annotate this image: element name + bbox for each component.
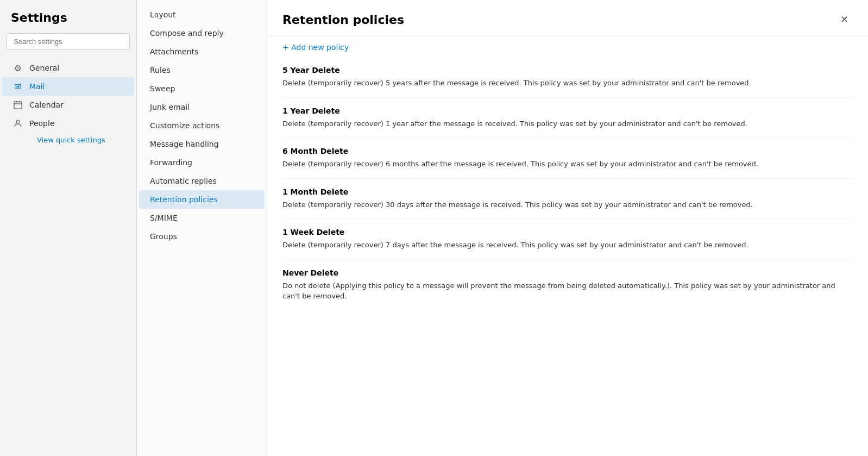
submenu-item-attachments[interactable]: Attachments xyxy=(139,42,265,61)
sidebar-item-label-calendar: Calendar xyxy=(29,101,64,109)
policy-name: 6 Month Delete xyxy=(282,147,853,155)
submenu-item-message-handling[interactable]: Message handling xyxy=(139,135,265,153)
panel-content: + Add new policy 5 Year DeleteDelete (te… xyxy=(267,35,868,456)
submenu-item-layout[interactable]: Layout xyxy=(139,5,265,24)
search-input[interactable] xyxy=(7,33,130,50)
submenu-item-forwarding[interactable]: Forwarding xyxy=(139,153,265,172)
people-icon xyxy=(13,118,23,128)
submenu-item-junk-email[interactable]: Junk email xyxy=(139,98,265,116)
policy-name: 5 Year Delete xyxy=(282,66,853,74)
main-panel: Retention policies ✕ + Add new policy 5 … xyxy=(267,0,868,456)
submenu-item-retention-policies[interactable]: Retention policies xyxy=(139,190,265,209)
policy-description: Delete (temporarily recover) 7 days afte… xyxy=(282,240,853,251)
policy-description: Delete (temporarily recover) 5 years aft… xyxy=(282,78,853,89)
panel-title: Retention policies xyxy=(282,13,404,27)
policy-item: 1 Week DeleteDelete (temporarily recover… xyxy=(282,219,853,260)
close-button[interactable]: ✕ xyxy=(835,11,853,28)
submenu-item-sweep[interactable]: Sweep xyxy=(139,79,265,98)
mail-icon: ✉ xyxy=(13,82,23,91)
policy-item: 1 Year DeleteDelete (temporarily recover… xyxy=(282,98,853,139)
policy-name: 1 Week Delete xyxy=(282,228,853,236)
svg-rect-0 xyxy=(14,102,22,109)
policy-description: Do not delete (Applying this policy to a… xyxy=(282,280,853,302)
search-box xyxy=(7,33,130,50)
submenu: Layout Compose and reply Attachments Rul… xyxy=(137,0,267,456)
policy-description: Delete (temporarily recover) 1 year afte… xyxy=(282,118,853,129)
calendar-icon xyxy=(13,100,23,110)
submenu-item-smime[interactable]: S/MIME xyxy=(139,209,265,227)
add-policy-label: + Add new policy xyxy=(282,43,349,52)
sidebar-item-label-people: People xyxy=(29,119,55,128)
view-quick-settings-link[interactable]: View quick settings xyxy=(26,133,136,147)
policy-item: 1 Month DeleteDelete (temporarily recove… xyxy=(282,179,853,220)
policy-name: Never Delete xyxy=(282,268,853,277)
gear-icon: ⚙ xyxy=(13,63,23,73)
policy-item: 6 Month DeleteDelete (temporarily recove… xyxy=(282,138,853,179)
policy-description: Delete (temporarily recover) 30 days aft… xyxy=(282,199,853,210)
add-policy-link[interactable]: + Add new policy xyxy=(282,35,853,57)
app-title: Settings xyxy=(0,11,136,33)
submenu-item-groups[interactable]: Groups xyxy=(139,227,265,246)
sidebar-item-calendar[interactable]: Calendar xyxy=(2,96,134,114)
policy-description: Delete (temporarily recover) 6 months af… xyxy=(282,159,853,170)
policy-item: 5 Year DeleteDelete (temporarily recover… xyxy=(282,57,853,98)
sidebar-item-mail[interactable]: ✉ Mail xyxy=(2,77,134,96)
policy-name: 1 Year Delete xyxy=(282,107,853,115)
policy-list: 5 Year DeleteDelete (temporarily recover… xyxy=(282,57,853,310)
panel-header: Retention policies ✕ xyxy=(267,0,868,35)
svg-point-4 xyxy=(16,120,20,123)
sidebar: Settings ⚙ General ✉ Mail Calendar Peopl… xyxy=(0,0,137,456)
submenu-item-customize-actions[interactable]: Customize actions xyxy=(139,116,265,135)
submenu-item-rules[interactable]: Rules xyxy=(139,61,265,79)
sidebar-item-general[interactable]: ⚙ General xyxy=(2,59,134,77)
submenu-item-compose-reply[interactable]: Compose and reply xyxy=(139,24,265,42)
sidebar-item-label-mail: Mail xyxy=(29,82,45,91)
policy-name: 1 Month Delete xyxy=(282,188,853,196)
submenu-item-automatic-replies[interactable]: Automatic replies xyxy=(139,172,265,190)
sidebar-item-label-general: General xyxy=(29,64,59,72)
policy-item: Never DeleteDo not delete (Applying this… xyxy=(282,260,853,310)
sidebar-item-people[interactable]: People xyxy=(2,114,134,133)
